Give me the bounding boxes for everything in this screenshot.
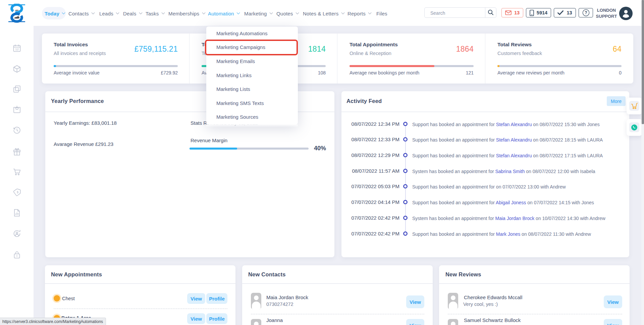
svg-text:?: ? [585, 10, 587, 15]
svg-text:12: 12 [15, 47, 19, 51]
svg-text:$: $ [17, 191, 18, 194]
